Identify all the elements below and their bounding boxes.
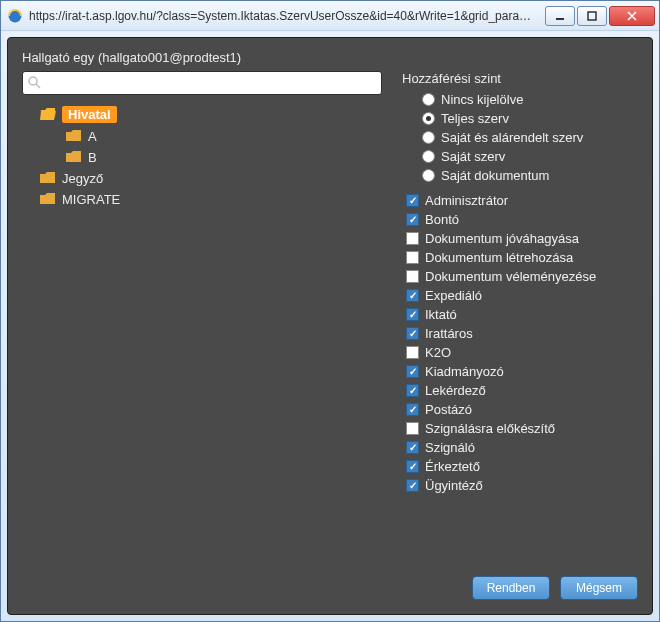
role-option[interactable]: Adminisztrátor: [402, 191, 638, 210]
svg-line-4: [36, 84, 40, 88]
role-option[interactable]: Dokumentum véleményezése: [402, 267, 638, 286]
radio-icon: [422, 93, 435, 106]
role-option[interactable]: Ügyintéző: [402, 476, 638, 495]
access-option[interactable]: Saját dokumentum: [402, 166, 638, 185]
role-option[interactable]: Kiadmányozó: [402, 362, 638, 381]
checkbox-icon: [406, 251, 419, 264]
role-option-label: Dokumentum jóváhagyása: [425, 231, 579, 246]
access-option[interactable]: Saját szerv: [402, 147, 638, 166]
access-option[interactable]: Saját és alárendelt szerv: [402, 128, 638, 147]
checkbox-icon: [406, 403, 419, 416]
role-option[interactable]: Dokumentum létrehozása: [402, 248, 638, 267]
role-option[interactable]: Expediáló: [402, 286, 638, 305]
tree-item[interactable]: A: [22, 126, 382, 147]
role-option-label: Dokumentum véleményezése: [425, 269, 596, 284]
minimize-button[interactable]: [545, 6, 575, 26]
role-option-label: Bontó: [425, 212, 459, 227]
right-column: Hozzáférési szint Nincs kijelölveTeljes …: [402, 71, 638, 566]
checkbox-icon: [406, 232, 419, 245]
access-option-label: Saját szerv: [441, 149, 505, 164]
role-option-label: Postázó: [425, 402, 472, 417]
user-label: Hallgató egy (hallgato001@prodtest1): [22, 50, 638, 65]
radio-icon: [422, 169, 435, 182]
folder-closed-icon: [40, 172, 56, 185]
access-option-label: Saját dokumentum: [441, 168, 549, 183]
access-option-label: Saját és alárendelt szerv: [441, 130, 583, 145]
tree-item-label: MIGRATE: [62, 192, 120, 207]
checkbox-icon: [406, 384, 419, 397]
access-option-label: Nincs kijelölve: [441, 92, 523, 107]
maximize-button[interactable]: [577, 6, 607, 26]
checkbox-icon: [406, 308, 419, 321]
search-wrap: [22, 71, 382, 95]
checkbox-icon: [406, 479, 419, 492]
role-option[interactable]: Lekérdező: [402, 381, 638, 400]
folder-closed-icon: [66, 130, 82, 143]
checkbox-icon: [406, 441, 419, 454]
tree-item[interactable]: MIGRATE: [22, 189, 382, 210]
ok-button[interactable]: Rendben: [472, 576, 550, 600]
dialog-body: Hallgató egy (hallgato001@prodtest1) Hiv…: [7, 37, 653, 615]
role-option[interactable]: Dokumentum jóváhagyása: [402, 229, 638, 248]
left-column: HivatalABJegyzőMIGRATE: [22, 71, 382, 566]
access-level-options: Nincs kijelölveTeljes szervSaját és alár…: [402, 90, 638, 185]
role-option[interactable]: K2O: [402, 343, 638, 362]
checkbox-icon: [406, 194, 419, 207]
access-option[interactable]: Nincs kijelölve: [402, 90, 638, 109]
role-option[interactable]: Szignálásra előkészítő: [402, 419, 638, 438]
folder-closed-icon: [66, 151, 82, 164]
access-option-label: Teljes szerv: [441, 111, 509, 126]
role-option-label: Ügyintéző: [425, 478, 483, 493]
tree-item[interactable]: Hivatal: [22, 103, 382, 126]
role-option[interactable]: Szignáló: [402, 438, 638, 457]
svg-rect-1: [556, 18, 564, 20]
role-option-label: Adminisztrátor: [425, 193, 508, 208]
tree-item-label: Jegyző: [62, 171, 103, 186]
address-bar-url: https://irat-t.asp.lgov.hu/?class=System…: [29, 9, 539, 23]
window-buttons: [545, 6, 655, 26]
role-option-label: Dokumentum létrehozása: [425, 250, 573, 265]
titlebar: https://irat-t.asp.lgov.hu/?class=System…: [1, 1, 659, 31]
checkbox-icon: [406, 270, 419, 283]
checkbox-icon: [406, 327, 419, 340]
tree-item-label: Hivatal: [62, 106, 117, 123]
radio-icon: [422, 150, 435, 163]
org-tree: HivatalABJegyzőMIGRATE: [22, 103, 382, 210]
close-button[interactable]: [609, 6, 655, 26]
role-option-label: Kiadmányozó: [425, 364, 504, 379]
ie-icon: [7, 8, 23, 24]
radio-icon: [422, 112, 435, 125]
role-option[interactable]: Iktató: [402, 305, 638, 324]
checkbox-icon: [406, 289, 419, 302]
checkbox-icon: [406, 460, 419, 473]
role-checkboxes: AdminisztrátorBontóDokumentum jóváhagyás…: [402, 191, 638, 495]
tree-item[interactable]: B: [22, 147, 382, 168]
tree-item[interactable]: Jegyző: [22, 168, 382, 189]
svg-rect-2: [588, 12, 596, 20]
role-option[interactable]: Irattáros: [402, 324, 638, 343]
role-option-label: Szignáló: [425, 440, 475, 455]
role-option-label: Iktató: [425, 307, 457, 322]
dialog-footer: Rendben Mégsem: [22, 576, 638, 600]
checkbox-icon: [406, 365, 419, 378]
checkbox-icon: [406, 422, 419, 435]
search-icon: [27, 75, 41, 89]
radio-icon: [422, 131, 435, 144]
folder-closed-icon: [40, 193, 56, 206]
role-option-label: Irattáros: [425, 326, 473, 341]
checkbox-icon: [406, 213, 419, 226]
svg-point-3: [29, 77, 37, 85]
role-option-label: Expediáló: [425, 288, 482, 303]
role-option[interactable]: Bontó: [402, 210, 638, 229]
search-input[interactable]: [22, 71, 382, 95]
role-option[interactable]: Postázó: [402, 400, 638, 419]
tree-item-label: A: [88, 129, 97, 144]
cancel-button[interactable]: Mégsem: [560, 576, 638, 600]
access-option[interactable]: Teljes szerv: [402, 109, 638, 128]
window-frame: https://irat-t.asp.lgov.hu/?class=System…: [0, 0, 660, 622]
role-option-label: Szignálásra előkészítő: [425, 421, 555, 436]
role-option-label: K2O: [425, 345, 451, 360]
role-option-label: Lekérdező: [425, 383, 486, 398]
tree-item-label: B: [88, 150, 97, 165]
role-option[interactable]: Érkeztető: [402, 457, 638, 476]
